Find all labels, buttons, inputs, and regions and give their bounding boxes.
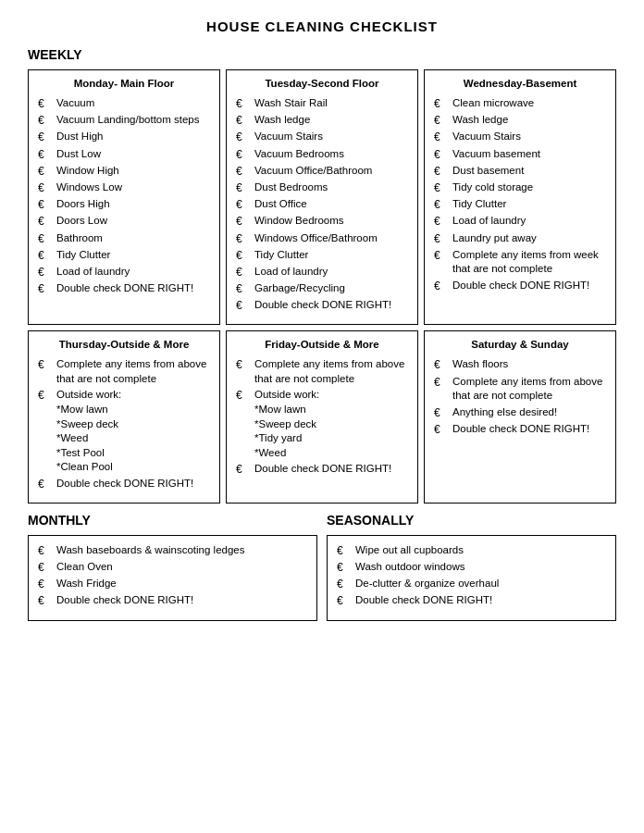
list-item: €Wash baseboards & wainscoting ledges (38, 543, 307, 558)
bullet-icon: € (236, 214, 253, 229)
bullet-icon: € (236, 197, 253, 212)
bullet-icon: € (434, 147, 451, 162)
tuesday-title: Tuesday-Second Floor (236, 78, 408, 89)
list-item: €Doors High (38, 197, 210, 212)
list-item: €Anything else desired! (434, 405, 606, 420)
bullet-icon: € (434, 197, 451, 212)
bullet-icon: € (434, 231, 451, 246)
list-item: €Wipe out all cupboards (337, 543, 606, 558)
card-tuesday: Tuesday-Second Floor €Wash Stair Rail €W… (226, 69, 418, 325)
list-item: €Complete any items from above that are … (38, 357, 210, 386)
list-item: €Double check DONE RIGHT! (236, 298, 408, 313)
bullet-icon: € (236, 164, 253, 179)
list-item: €Wash floors (434, 357, 606, 372)
bullet-icon: € (236, 96, 253, 111)
monthly-label: MONTHLY (28, 513, 317, 528)
bullet-icon: € (38, 180, 55, 195)
bullet-icon: € (38, 113, 55, 128)
bullet-icon: € (434, 96, 451, 111)
weekly-top-row: Monday- Main Floor €Vacuum €Vacuum Landi… (28, 69, 616, 325)
monthly-card: €Wash baseboards & wainscoting ledges €C… (28, 535, 317, 621)
list-item: €Dust basement (434, 164, 606, 179)
list-item: €Tidy Clutter (38, 248, 210, 263)
saturday-sunday-title: Saturday & Sunday (434, 339, 606, 350)
bullet-icon: € (38, 130, 55, 144)
list-item: €De-clutter & organize overhaul (337, 577, 606, 591)
list-item: €Vacuum Landing/bottom steps (38, 113, 210, 128)
friday-title: Friday-Outside & More (236, 339, 408, 350)
bullet-icon: € (236, 265, 253, 280)
bullet-icon: € (434, 180, 451, 195)
card-monday: Monday- Main Floor €Vacuum €Vacuum Landi… (28, 69, 220, 325)
seasonally-section: SEASONALLY €Wipe out all cupboards €Wash… (327, 513, 616, 621)
weekly-label: WEEKLY (28, 47, 616, 62)
bullet-icon: € (38, 147, 55, 162)
weekly-bottom-row: Thursday-Outside & More €Complete any it… (28, 330, 616, 503)
saturday-sunday-list: €Wash floors €Complete any items from ab… (434, 357, 606, 437)
list-item: €Double check DONE RIGHT! (337, 593, 606, 608)
list-item: €Tidy Clutter (434, 197, 606, 212)
bullet-icon: € (38, 281, 55, 296)
list-item: €Vacuum Office/Bathroom (236, 164, 408, 179)
bullet-icon: € (434, 279, 451, 293)
list-item: €Tidy Clutter (236, 248, 408, 263)
list-item: €Window Bedrooms (236, 214, 408, 229)
list-item: €Dust Bedrooms (236, 180, 408, 195)
list-item: €Double check DONE RIGHT! (38, 477, 210, 491)
bullet-icon: € (38, 543, 55, 558)
bullet-icon: € (236, 281, 253, 296)
list-item: €Vacuum Stairs (434, 130, 606, 144)
friday-list: €Complete any items from above that are … (236, 357, 408, 477)
monday-list: €Vacuum €Vacuum Landing/bottom steps €Du… (38, 96, 210, 296)
list-item: €Wash outdoor windows (337, 560, 606, 575)
list-item: €Vacuum (38, 96, 210, 111)
list-item: €Load of laundry (38, 265, 210, 280)
bullet-icon: € (38, 357, 55, 372)
list-item: €Vacuum Bedrooms (236, 147, 408, 162)
bullet-icon: € (38, 265, 55, 280)
bullet-icon: € (38, 164, 55, 179)
list-item: €Dust Office (236, 197, 408, 212)
list-item: €Wash Stair Rail (236, 96, 408, 111)
list-item: €Double check DONE RIGHT! (38, 281, 210, 296)
list-item: €Tidy cold storage (434, 180, 606, 195)
monthly-list: €Wash baseboards & wainscoting ledges €C… (38, 543, 307, 609)
bullet-icon: € (434, 357, 451, 372)
bullet-icon: € (337, 543, 353, 558)
bullet-icon: € (38, 248, 55, 263)
list-item: €Wash ledge (236, 113, 408, 128)
list-item: €Vacuum basement (434, 147, 606, 162)
list-item: €Wash ledge (434, 113, 606, 128)
bullet-icon: € (236, 298, 253, 313)
bullet-icon: € (236, 231, 253, 246)
list-item: €Complete any items from above that are … (236, 357, 408, 386)
list-item: €Double check DONE RIGHT! (236, 462, 408, 477)
wednesday-title: Wednesday-Basement (434, 78, 606, 89)
list-item: €Double check DONE RIGHT! (434, 279, 606, 293)
card-friday: Friday-Outside & More €Complete any item… (226, 330, 418, 503)
bullet-icon: € (236, 462, 253, 477)
bullet-icon: € (38, 577, 55, 591)
bullet-icon: € (38, 197, 55, 212)
monthly-seasonal-section: MONTHLY €Wash baseboards & wainscoting l… (28, 513, 616, 621)
thursday-title: Thursday-Outside & More (38, 339, 210, 350)
bullet-icon: € (236, 388, 253, 403)
list-item: €Load of laundry (434, 214, 606, 229)
bullet-icon: € (434, 113, 451, 128)
list-item: €Complete any items from week that are n… (434, 248, 606, 277)
list-item: €Doors Low (38, 214, 210, 229)
card-saturday-sunday: Saturday & Sunday €Wash floors €Complete… (424, 330, 616, 503)
list-item: €Dust Low (38, 147, 210, 162)
list-item: €Complete any items from above that are … (434, 375, 606, 404)
list-item: €Garbage/Recycling (236, 281, 408, 296)
list-item: €Windows Office/Bathroom (236, 231, 408, 246)
list-item: €Vacuum Stairs (236, 130, 408, 144)
list-item: €Windows Low (38, 180, 210, 195)
bullet-icon: € (337, 560, 353, 575)
bullet-icon: € (434, 248, 451, 263)
list-item: €Load of laundry (236, 265, 408, 280)
wednesday-list: €Clean microwave €Wash ledge €Vacuum Sta… (434, 96, 606, 293)
bullet-icon: € (38, 477, 55, 491)
bullet-icon: € (38, 593, 55, 608)
bullet-icon: € (38, 214, 55, 229)
